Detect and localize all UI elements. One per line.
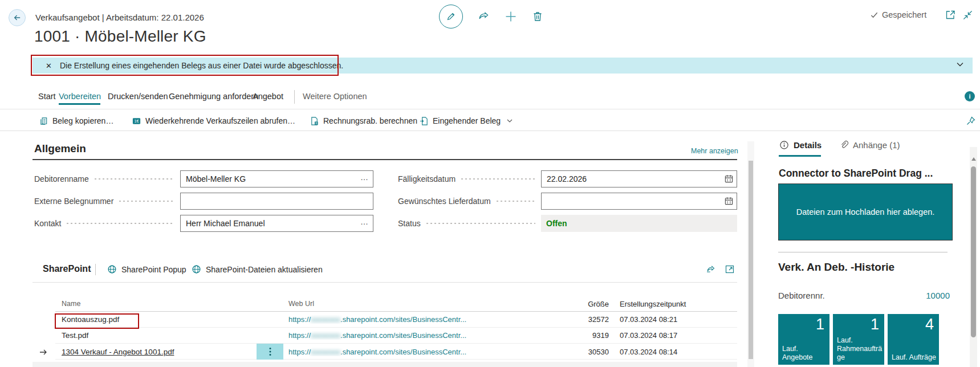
sharepoint-popup-action[interactable]: SharePoint Popup [107,264,186,274]
file-url-link[interactable]: https://xxxxxxxx.sharepoint.com/sites/Bu… [283,331,565,340]
redacted-tenant: xxxxxxxx [311,348,340,356]
field-gewuenschtes-lieferdatum: Gewünschtes Lieferdatum [398,193,737,210]
page-title: 1001 · Möbel-Meller KG [34,27,206,46]
expand-icon[interactable] [724,263,735,275]
dotted-leader [425,222,535,225]
tab-drucken-senden[interactable]: Drucken/senden [108,92,168,101]
table-row[interactable]: Kontoauszug.pdf https://xxxxxxxx.sharepo… [55,312,737,328]
file-url-link[interactable]: https://xxxxxxxx.sharepoint.com/sites/Bu… [283,348,565,356]
tile-laufende-rahmenauftraege[interactable]: 1 Lauf. Rahmenaufträge [833,314,884,365]
info-icon[interactable]: i [965,91,975,101]
column-header-erstellungszeitpunkt[interactable]: Erstellungszeitpunkt [609,300,737,308]
file-created: 07.03.2024 08:17 [609,331,737,340]
tile-label: Lauf. Aufträge [892,353,937,362]
add-button[interactable] [504,10,518,23]
action-eingehender-beleg[interactable]: Eingehender Beleg [419,115,513,127]
section-rule [32,159,737,160]
customer-no-link[interactable]: 10000 [893,291,950,300]
faelligkeitsdatum-input[interactable] [541,170,737,187]
factbox-tab-details[interactable]: Details [779,140,822,150]
close-icon[interactable]: ✕ [46,62,52,70]
column-header-weburl[interactable]: Web Url [283,300,565,308]
factbox-scrollbar-thumb[interactable] [971,166,976,337]
file-dropzone[interactable]: Dateien zum Hochladen hier ablegen. [778,184,953,240]
action-wiederkehrende-verkaufszeilen[interactable]: 1€ Wiederkehrende Verkaufszeilen abrufen… [132,115,295,127]
delete-button[interactable] [531,10,544,23]
fields-right-column: Fälligkeitsdatum Gewünschtes Lieferdatum… [398,162,737,232]
sharepoint-refresh-action[interactable]: SharePoint-Dateien aktualisieren [192,264,323,274]
tile-label: Lauf. Rahmenaufträge [837,336,883,362]
business-central-window: Verkaufsangebot | Arbeitsdatum: 22.01.20… [0,0,980,367]
edit-pencil-icon [445,11,457,22]
copy-document-icon [39,116,48,126]
share-button[interactable] [477,10,490,23]
tab-weitere-optionen[interactable]: Weitere Optionen [303,92,367,101]
main-scrollbar-thumb[interactable] [749,161,753,359]
back-button[interactable] [9,9,26,26]
file-name-link[interactable]: 1304 Verkauf - Angebot 1001.pdf [55,348,257,356]
tab-start[interactable]: Start [38,92,56,101]
more-vertical-icon [269,347,271,356]
sharepoint-files-table: Name Web Url Größe Erstellungszeitpunkt … [55,296,737,360]
kontakt-input[interactable] [180,215,373,232]
recurring-lines-icon: 1€ [132,116,141,126]
action-rechnungsrab-berechnen[interactable]: Rechnungsrab. berechnen [310,115,417,127]
field-externe-belegnummer: Externe Belegnummer [34,193,373,210]
globe-icon [192,264,201,274]
tile-laufende-angebote[interactable]: 1 Lauf. Angebote [778,314,829,365]
dotted-leader [460,177,535,181]
field-debitorenname: Debitorenname … [34,170,373,187]
tab-separator [294,90,295,104]
row-more-options-button[interactable] [257,344,283,360]
factbox-tab-anhaenge[interactable]: Anhänge (1) [840,140,900,150]
active-tab-underline [59,103,100,105]
assist-edit-icon[interactable]: … [360,217,369,226]
assist-edit-icon[interactable]: … [360,173,369,182]
redacted-tenant: xxxxxxxx [311,331,340,340]
table-row[interactable]: Test.pdf https://xxxxxxxx.sharepoint.com… [55,328,737,344]
edit-button[interactable] [439,5,463,28]
open-new-window-button[interactable] [945,9,956,21]
debitorenname-input[interactable] [180,170,373,187]
action-beleg-kopieren[interactable]: Beleg kopieren… [39,115,113,127]
factbox-divider [778,252,948,252]
breadcrumb[interactable]: Verkaufsangebot | Arbeitsdatum: 22.01.20… [35,13,204,22]
table-footer-strip [32,362,737,367]
factbox-active-tab-underline [779,155,821,157]
show-more-link[interactable]: Mehr anzeigen [691,147,738,155]
calendar-icon[interactable] [724,196,734,206]
svg-text:1€: 1€ [135,119,139,124]
dotted-leader [118,199,174,203]
notification-banner: ✕ Die Erstellung eines eingehenden Beleg… [32,58,973,74]
calendar-icon[interactable] [724,174,734,184]
customer-no-label: Debitorennr. [778,291,825,300]
table-row-selected[interactable]: 1304 Verkauf - Angebot 1001.pdf https://… [55,344,737,360]
tab-genehmigung-anfordern[interactable]: Genehmigung anfordern [169,92,258,101]
tile-value: 4 [925,316,934,333]
back-icon [13,13,22,22]
tile-laufende-auftraege[interactable]: 4 Lauf. Aufträge [888,314,939,365]
lieferdatum-input[interactable] [541,193,737,210]
save-status: Gespeichert [870,10,926,19]
externe-belegnummer-input[interactable] [180,193,373,210]
file-name[interactable]: Kontoauszug.pdf [55,315,257,324]
share-icon[interactable] [705,263,717,276]
tab-angebot[interactable]: Angebot [253,92,283,101]
chevron-down-icon[interactable] [957,62,963,67]
tab-vorbereiten[interactable]: Vorbereiten [59,92,101,101]
fields-left-column: Debitorenname … Externe Belegnummer Kont… [34,162,373,232]
column-header-groesse[interactable]: Größe [565,300,609,308]
dropzone-text: Dateien zum Hochladen hier ablegen. [796,207,935,217]
scroll-up-icon[interactable] [971,157,976,161]
paperclip-icon [840,140,848,150]
field-faelligkeitsdatum: Fälligkeitsdatum [398,170,737,187]
globe-icon [107,264,117,274]
separator [95,264,96,275]
factbox-dropzone-title: Connector to SharePoint Drag ... [779,168,933,180]
collapse-button[interactable] [962,10,973,21]
file-name[interactable]: Test.pdf [55,331,257,340]
pin-icon[interactable] [966,116,976,126]
file-url-link[interactable]: https://xxxxxxxx.sharepoint.com/sites/Bu… [283,315,565,324]
column-header-name[interactable]: Name [55,300,257,308]
redacted-tenant: xxxxxxxx [311,315,340,324]
